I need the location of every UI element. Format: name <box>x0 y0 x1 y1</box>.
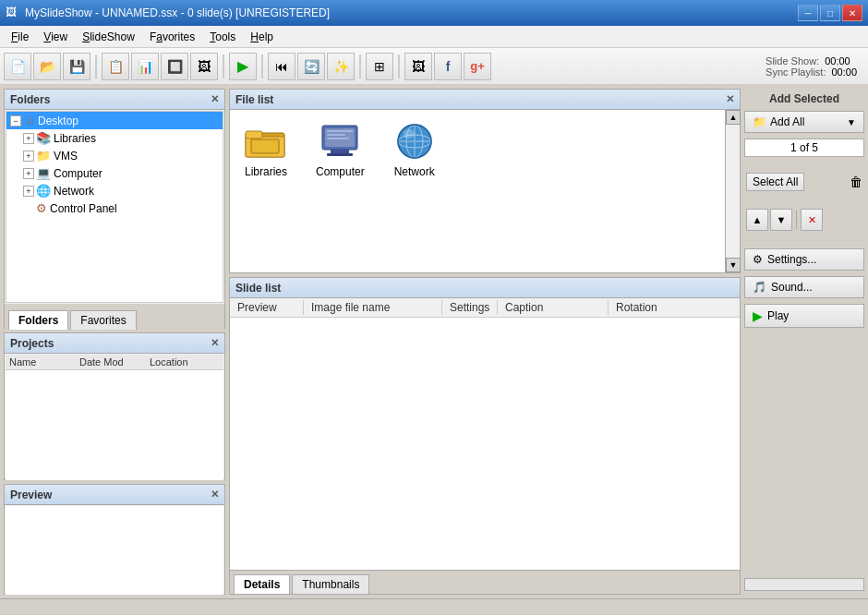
center-area: File list ✕ <box>229 89 741 595</box>
file-list-scrollbar[interactable]: ▲ ▼ <box>725 110 740 272</box>
projects-content: Name Date Mod Location <box>6 355 223 480</box>
toolbar-new-btn[interactable]: 📄 <box>4 53 31 80</box>
menu-slideshow[interactable]: SlideShow <box>75 28 142 46</box>
delete-slide-btn[interactable]: ✕ <box>801 209 823 231</box>
projects-title: Projects <box>10 337 54 350</box>
tab-thumbnails[interactable]: Thumbnails <box>292 574 369 594</box>
folders-title: Folders <box>10 93 50 106</box>
toolbar-view1-btn[interactable]: 📋 <box>102 53 129 80</box>
toolbar-gplus-btn[interactable]: g+ <box>464 53 491 80</box>
folder-item-computer[interactable]: + 💻 Computer <box>6 164 223 182</box>
move-up-btn[interactable]: ▲ <box>746 209 768 231</box>
tab-favorites[interactable]: Favorites <box>70 310 136 330</box>
title-bar-buttons: ─ □ ✕ <box>798 5 862 21</box>
scroll-down-btn[interactable]: ▼ <box>726 258 741 272</box>
slideshow-value: 00:00 <box>825 55 850 66</box>
slide-list-content[interactable] <box>230 318 740 570</box>
eraser-btn[interactable]: 🗑 <box>850 175 862 189</box>
projects-close-btn[interactable]: ✕ <box>211 337 219 349</box>
move-row: ▲ ▼ ✕ <box>744 207 864 233</box>
move-sep <box>796 211 797 229</box>
file-item-network[interactable]: Network <box>388 119 441 183</box>
minimize-button[interactable]: ─ <box>798 5 818 21</box>
menu-view[interactable]: View <box>36 28 75 46</box>
close-button[interactable]: ✕ <box>842 5 862 21</box>
settings-btn[interactable]: ⚙ Settings... <box>744 248 864 271</box>
toolbar-fx-btn[interactable]: ✨ <box>327 53 355 80</box>
file-icon-computer <box>318 124 362 161</box>
toolbar-img-btn[interactable]: 🖼 <box>404 53 432 80</box>
file-list-content: Libraries <box>230 110 740 272</box>
folders-header: Folders ✕ <box>5 90 224 110</box>
toolbar-view4-btn[interactable]: 🖼 <box>190 53 218 80</box>
toolbar-prev-btn[interactable]: ⏮ <box>268 53 295 80</box>
file-item-libraries[interactable]: Libraries <box>239 119 293 183</box>
expand-computer[interactable]: + <box>23 168 34 179</box>
add-all-btn[interactable]: 📁 Add All ▼ <box>744 111 864 133</box>
sound-btn[interactable]: 🎵 Sound... <box>744 276 864 298</box>
expand-network[interactable]: + <box>23 186 34 197</box>
file-icon-libraries <box>244 124 288 161</box>
menu-tools[interactable]: Tools <box>202 28 243 46</box>
sound-icon: 🎵 <box>753 281 766 294</box>
select-all-btn[interactable]: Select All <box>746 173 804 191</box>
tab-folders[interactable]: Folders <box>8 310 68 330</box>
toolbar-play-btn[interactable]: ▶ <box>229 53 257 80</box>
toolbar-view2-btn[interactable]: 📊 <box>131 53 159 80</box>
toolbar-loop-btn[interactable]: 🔄 <box>297 53 325 80</box>
folder-label-vms: VMS <box>54 150 78 163</box>
folders-close-btn[interactable]: ✕ <box>211 93 219 105</box>
folder-item-controlpanel[interactable]: ⚙ Control Panel <box>6 199 223 217</box>
slide-col-caption: Caption <box>498 300 609 315</box>
preview-close-btn[interactable]: ✕ <box>211 488 219 500</box>
toolbar: 📄 📂 💾 📋 📊 🔲 🖼 ▶ ⏮ 🔄 ✨ ⊞ 🖼 f g+ Slide Sho… <box>0 48 868 85</box>
tab-details[interactable]: Details <box>234 574 290 594</box>
preview-title: Preview <box>10 488 52 501</box>
toolbar-grid-btn[interactable]: ⊞ <box>366 53 393 80</box>
folder-label-computer: Computer <box>54 167 102 180</box>
expand-vms[interactable]: + <box>23 151 34 162</box>
folder-item-desktop[interactable]: − 🖥 Desktop <box>6 112 223 129</box>
menu-bar: File View SlideShow Favorites Tools Help <box>0 26 868 48</box>
toolbar-sep-1 <box>95 54 97 78</box>
svg-rect-10 <box>327 138 349 139</box>
computer-icon: 💻 <box>36 166 51 180</box>
move-down-btn[interactable]: ▼ <box>770 209 792 231</box>
scroll-up-btn[interactable]: ▲ <box>726 110 741 125</box>
maximize-button[interactable]: □ <box>820 5 840 21</box>
slide-list-header: Slide list <box>230 278 740 298</box>
file-item-computer[interactable]: Computer <box>311 119 369 183</box>
preview-panel: Preview ✕ <box>4 484 225 595</box>
slide-col-preview: Preview <box>230 300 304 315</box>
settings-icon: ⚙ <box>753 253 763 266</box>
file-label-network: Network <box>394 165 435 178</box>
add-all-label: Add All <box>770 115 804 128</box>
folder-item-vms[interactable]: + 📁 VMS <box>6 147 223 164</box>
file-list-title: File list <box>235 93 273 106</box>
svg-point-17 <box>404 129 415 139</box>
menu-favorites[interactable]: Favorites <box>142 28 202 46</box>
divider-3 <box>744 240 864 241</box>
file-list-close-btn[interactable]: ✕ <box>726 93 734 105</box>
expand-desktop[interactable]: − <box>10 115 21 127</box>
play-icon: ▶ <box>753 308 763 323</box>
left-panel: Folders ✕ − 🖥 Desktop + 📚 Libraries <box>4 89 225 595</box>
sound-label: Sound... <box>771 281 813 294</box>
controlpanel-icon: ⚙ <box>36 201 47 215</box>
toolbar-save-btn[interactable]: 💾 <box>63 53 90 80</box>
menu-help[interactable]: Help <box>243 28 281 46</box>
file-label-computer: Computer <box>316 165 365 178</box>
folder-item-libraries[interactable]: + 📚 Libraries <box>6 129 223 147</box>
folder-tree[interactable]: − 🖥 Desktop + 📚 Libraries + 📁 VMS <box>6 111 223 303</box>
folder-item-network[interactable]: + 🌐 Network <box>6 182 223 199</box>
play-btn[interactable]: ▶ Play <box>744 304 864 328</box>
projects-header: Projects ✕ <box>5 333 224 354</box>
slide-col-rotation: Rotation <box>609 300 740 315</box>
toolbar-fb-btn[interactable]: f <box>434 53 462 80</box>
toolbar-view3-btn[interactable]: 🔲 <box>161 53 188 80</box>
expand-libraries[interactable]: + <box>23 133 34 144</box>
menu-file[interactable]: File <box>4 28 36 46</box>
count-badge: 1 of 5 <box>744 139 864 157</box>
settings-label: Settings... <box>767 253 816 266</box>
toolbar-open-btn[interactable]: 📂 <box>33 53 61 80</box>
